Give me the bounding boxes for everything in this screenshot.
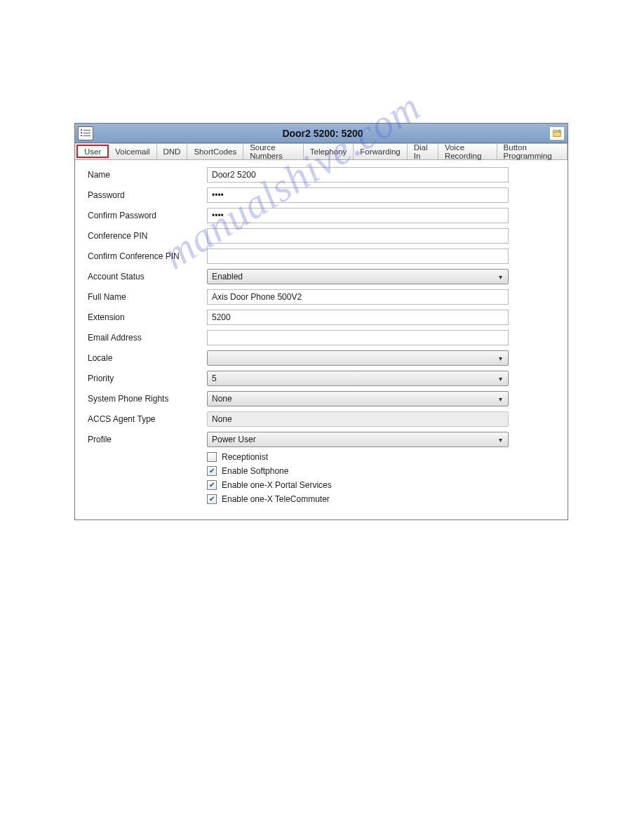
input-name[interactable]: Door2 5200: [207, 167, 509, 183]
label-priority: Priority: [88, 373, 207, 383]
label-conference-pin: Conference PIN: [88, 231, 207, 241]
select-locale[interactable]: [207, 350, 509, 366]
checkbox-label-receptionist: Receptionist: [222, 452, 268, 462]
select-priority[interactable]: 5: [207, 371, 509, 386]
select-account-status[interactable]: Enabled: [207, 269, 509, 284]
label-full-name: Full Name: [88, 292, 207, 302]
label-name: Name: [88, 170, 207, 180]
tab-forwarding[interactable]: Forwarding: [354, 143, 408, 159]
label-password: Password: [88, 190, 207, 200]
form-body: Name Door2 5200 Password •••• Confirm Pa…: [75, 160, 568, 519]
input-confirm-password[interactable]: ••••: [207, 208, 509, 223]
tab-bar: User Voicemail DND ShortCodes Source Num…: [75, 143, 568, 160]
label-profile: Profile: [88, 435, 207, 444]
label-locale: Locale: [88, 353, 207, 363]
tab-voicemail[interactable]: Voicemail: [109, 143, 156, 159]
list-icon[interactable]: [78, 126, 93, 140]
field-accs-agent-type: None: [207, 411, 509, 427]
input-email[interactable]: [207, 330, 509, 345]
input-conference-pin[interactable]: [207, 228, 509, 244]
tab-shortcodes[interactable]: ShortCodes: [187, 143, 243, 159]
config-window: Door2 5200: 5200 User Voicemail DND Shor…: [74, 123, 568, 520]
select-profile[interactable]: Power User: [207, 432, 509, 447]
tab-dnd[interactable]: DND: [157, 143, 188, 159]
label-account-status: Account Status: [88, 272, 207, 282]
label-extension: Extension: [88, 312, 207, 322]
tab-dial-in[interactable]: Dial In: [408, 143, 438, 159]
input-full-name[interactable]: Axis Door Phone 500V2: [207, 289, 509, 305]
label-accs-agent-type: ACCS Agent Type: [88, 414, 207, 424]
checkbox-label-softphone: Enable Softphone: [222, 466, 288, 476]
tab-voice-recording[interactable]: Voice Recording: [438, 143, 497, 159]
label-email: Email Address: [88, 333, 207, 343]
tab-source-numbers[interactable]: Source Numbers: [243, 143, 304, 159]
select-system-phone-rights[interactable]: None: [207, 391, 509, 406]
checkbox-enable-softphone[interactable]: [207, 466, 217, 476]
folder-icon[interactable]: [549, 126, 565, 140]
tab-telephony[interactable]: Telephony: [304, 143, 354, 159]
checkbox-enable-onex-telecommuter[interactable]: [207, 494, 217, 504]
tab-user[interactable]: User: [76, 145, 109, 158]
titlebar: Door2 5200: 5200: [75, 124, 568, 143]
checkbox-enable-onex-portal[interactable]: [207, 480, 217, 490]
label-system-phone-rights: System Phone Rights: [88, 394, 207, 404]
svg-rect-1: [554, 130, 557, 132]
input-confirm-conference-pin[interactable]: [207, 249, 509, 264]
svg-point-2: [558, 129, 561, 132]
input-password[interactable]: ••••: [207, 187, 509, 203]
checkbox-label-onex-telecommuter: Enable one-X TeleCommuter: [222, 494, 330, 504]
window-title: Door2 5200: 5200: [96, 128, 549, 139]
label-confirm-conference-pin: Confirm Conference PIN: [88, 251, 207, 261]
checkbox-label-onex-portal: Enable one-X Portal Services: [222, 480, 332, 490]
checkbox-receptionist[interactable]: [207, 452, 217, 462]
tab-button-programming[interactable]: Button Programming: [497, 143, 568, 159]
label-confirm-password: Confirm Password: [88, 211, 207, 220]
input-extension[interactable]: 5200: [207, 310, 509, 325]
